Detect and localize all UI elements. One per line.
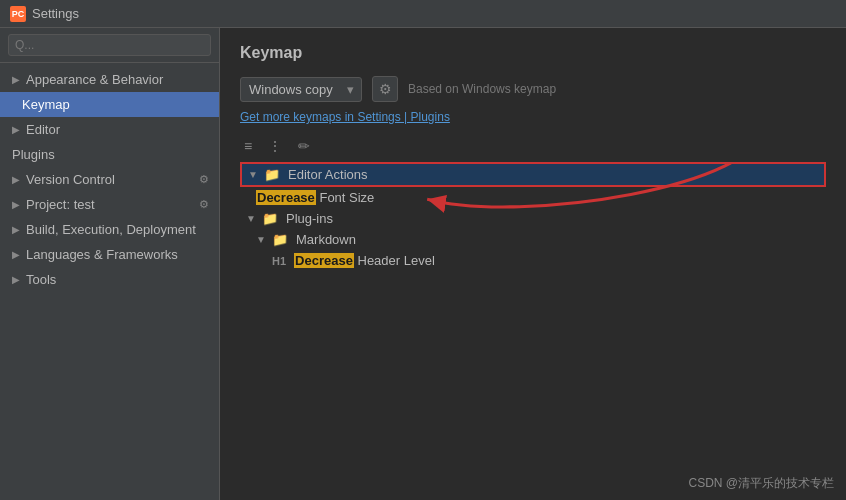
expand-all-button[interactable]: ≡ [240,136,256,156]
folder-icon: 📁 [272,232,288,247]
collapse-all-button[interactable]: ⋮ [264,136,286,156]
sidebar-item-plugins[interactable]: Plugins [0,142,219,167]
markdown-folder-label: Markdown [296,232,356,247]
chevron-right-icon: ▶ [12,74,22,85]
content-area: Keymap Windows copy Default Mac OS X Ecl… [220,28,846,500]
keymap-gear-button[interactable]: ⚙ [372,76,398,102]
decrease-font-size-label: Decrease Font Size [256,190,374,205]
sidebar-item-editor[interactable]: ▶ Editor [0,117,219,142]
tree-item-markdown-folder[interactable]: ▼ 📁 Markdown [240,229,826,250]
main-layout: ▶ Appearance & Behavior Keymap ▶ Editor … [0,28,846,500]
decrease-header-level-label: Decrease Header Level [294,253,435,268]
highlight-decrease-2: Decrease [294,253,354,268]
chevron-right-icon: ▶ [12,174,22,185]
keymap-select[interactable]: Windows copy Default Mac OS X Eclipse [240,77,362,102]
based-on-label: Based on Windows keymap [408,82,556,96]
sidebar-label-project: Project: test [26,197,195,212]
sidebar-item-version-control[interactable]: ▶ Version Control ⚙ [0,167,219,192]
sidebar-search-input[interactable] [8,34,211,56]
page-title: Keymap [240,44,826,62]
sidebar-search-area [0,28,219,63]
sidebar-items-list: ▶ Appearance & Behavior Keymap ▶ Editor … [0,63,219,500]
chevron-right-icon: ▶ [12,249,22,260]
chevron-right-icon: ▶ [12,199,22,210]
expand-arrow-icon: ▼ [246,213,258,224]
keymap-controls: Windows copy Default Mac OS X Eclipse ⚙ … [240,76,826,102]
sidebar-label-appearance: Appearance & Behavior [26,72,209,87]
sidebar-label-build: Build, Execution, Deployment [26,222,209,237]
tree-item-decrease-font-size[interactable]: Decrease Font Size [240,187,826,208]
chevron-right-icon: ▶ [12,124,22,135]
app-logo: PC [10,6,26,22]
sidebar-label-version-control: Version Control [26,172,195,187]
chevron-right-icon: ▶ [12,224,22,235]
settings-icon: ⚙ [199,173,209,186]
folder-icon: 📁 [262,211,278,226]
watermark: CSDN @清平乐的技术专栏 [688,475,834,492]
sidebar-item-appearance-behavior[interactable]: ▶ Appearance & Behavior [0,67,219,92]
sidebar-label-editor: Editor [26,122,209,137]
get-more-keymaps-link[interactable]: Get more keymaps in Settings | Plugins [240,110,826,124]
tree-toolbar: ≡ ⋮ ✏ [240,136,826,156]
sidebar-item-keymap[interactable]: Keymap [0,92,219,117]
sidebar-item-build[interactable]: ▶ Build, Execution, Deployment [0,217,219,242]
sidebar-label-keymap: Keymap [22,97,209,112]
expand-arrow-icon: ▼ [256,234,268,245]
sidebar-label-languages: Languages & Frameworks [26,247,209,262]
editor-actions-label: Editor Actions [288,167,368,182]
chevron-right-icon: ▶ [12,274,22,285]
settings-icon: ⚙ [199,198,209,211]
edit-shortcuts-button[interactable]: ✏ [294,136,314,156]
sidebar-label-tools: Tools [26,272,209,287]
expand-arrow-icon: ▼ [248,169,260,180]
tree-item-decrease-header-level[interactable]: H1 Decrease Header Level [240,250,826,271]
sidebar-item-project-test[interactable]: ▶ Project: test ⚙ [0,192,219,217]
tree-item-editor-actions[interactable]: ▼ 📁 Editor Actions [240,162,826,187]
h1-icon: H1 [272,255,286,267]
sidebar-item-languages[interactable]: ▶ Languages & Frameworks [0,242,219,267]
title-bar-text: Settings [32,6,79,21]
folder-icon: 📁 [264,167,280,182]
keymap-select-wrapper[interactable]: Windows copy Default Mac OS X Eclipse [240,77,362,102]
keymap-tree: ▼ 📁 Editor Actions Decrease Font Size ▼ … [240,162,826,484]
tree-item-plugins-folder[interactable]: ▼ 📁 Plug-ins [240,208,826,229]
sidebar-label-plugins: Plugins [12,147,209,162]
title-bar: PC Settings [0,0,846,28]
sidebar-item-tools[interactable]: ▶ Tools [0,267,219,292]
highlight-decrease: Decrease [256,190,316,205]
plugins-folder-label: Plug-ins [286,211,333,226]
sidebar: ▶ Appearance & Behavior Keymap ▶ Editor … [0,28,220,500]
